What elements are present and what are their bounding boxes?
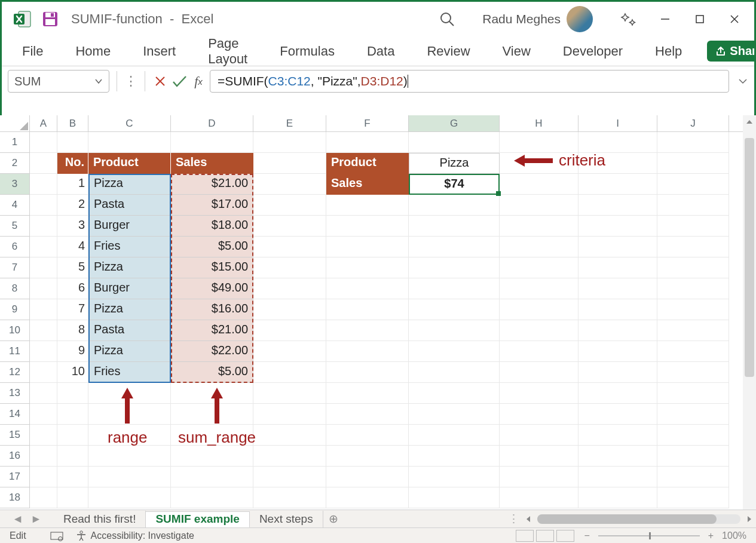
row-header-10[interactable]: 10 xyxy=(0,320,30,341)
view-pagelayout-button[interactable] xyxy=(536,530,554,542)
sheet-nav-arrows[interactable]: ◄► xyxy=(0,513,54,526)
col-header-G[interactable]: G xyxy=(409,115,500,131)
tab-help[interactable]: Help xyxy=(648,40,689,63)
cell-product[interactable]: Burger xyxy=(88,278,171,299)
cell-no[interactable]: 9 xyxy=(57,341,88,362)
more-icon[interactable]: ⋮ xyxy=(124,73,137,89)
col-header-B[interactable]: B xyxy=(57,115,88,131)
row-header-2[interactable]: 2 xyxy=(0,153,30,174)
col-header-I[interactable]: I xyxy=(579,115,657,131)
vertical-scroll-thumb[interactable] xyxy=(745,138,754,377)
accessibility-status[interactable]: Accessibility: Investigate xyxy=(75,530,194,542)
sparkle-icon[interactable] xyxy=(611,2,645,36)
header-no[interactable]: No. xyxy=(57,153,88,174)
row-header-6[interactable]: 6 xyxy=(0,237,30,257)
header-product[interactable]: Product xyxy=(88,153,171,174)
cancel-formula-button[interactable] xyxy=(152,73,168,89)
chevron-down-icon[interactable] xyxy=(94,77,103,85)
col-header-C[interactable]: C xyxy=(88,115,171,131)
table-row[interactable]: 3Burger$18.00 xyxy=(57,216,253,237)
row-header-11[interactable]: 11 xyxy=(0,341,30,362)
cell-product[interactable]: Fries xyxy=(88,237,171,257)
cell-sales[interactable]: $21.00 xyxy=(171,174,253,195)
cell-no[interactable]: 6 xyxy=(57,278,88,299)
cell-product[interactable]: Pizza xyxy=(88,299,171,320)
scroll-left-icon[interactable] xyxy=(524,515,532,523)
cell-no[interactable]: 7 xyxy=(57,299,88,320)
table-row[interactable]: 8Pasta$21.00 xyxy=(57,320,253,341)
cell-sales[interactable]: $5.00 xyxy=(171,237,253,257)
scroll-up-icon[interactable] xyxy=(745,118,754,126)
row-header-12[interactable]: 12 xyxy=(0,362,30,383)
cell-sales[interactable]: $21.00 xyxy=(171,320,253,341)
formula-input[interactable]: =SUMIF(C3:C12, "Pizza", D3:D12) xyxy=(210,70,729,93)
zoom-level[interactable]: 100% xyxy=(722,530,746,541)
sheet-tab-next[interactable]: Next steps xyxy=(250,511,323,527)
col-header-A[interactable]: A xyxy=(30,115,57,131)
row-header-7[interactable]: 7 xyxy=(0,257,30,278)
search-icon[interactable] xyxy=(439,11,455,27)
cell-no[interactable]: 4 xyxy=(57,237,88,257)
cell-sales[interactable]: $16.00 xyxy=(171,299,253,320)
row-header-15[interactable]: 15 xyxy=(0,425,30,446)
tab-home[interactable]: Home xyxy=(68,40,118,63)
row-header-3[interactable]: 3 xyxy=(0,174,30,195)
row-header-4[interactable]: 4 xyxy=(0,195,30,216)
col-header-J[interactable]: J xyxy=(657,115,729,131)
cell-sales[interactable]: $49.00 xyxy=(171,278,253,299)
cell-product[interactable]: Pizza xyxy=(88,174,171,195)
horizontal-scrollbar[interactable] xyxy=(537,514,740,524)
sheet-tab-sumif[interactable]: SUMIF example xyxy=(146,511,249,528)
scroll-right-icon[interactable] xyxy=(745,515,754,523)
minimize-button[interactable] xyxy=(648,2,682,36)
table-row[interactable]: 1Pizza$21.00 xyxy=(57,174,253,195)
insert-function-button[interactable]: fx xyxy=(191,73,206,89)
tab-formulas[interactable]: Formulas xyxy=(273,40,342,63)
tab-pagelayout[interactable]: Page Layout xyxy=(201,32,255,70)
view-normal-button[interactable] xyxy=(516,530,534,542)
tab-review[interactable]: Review xyxy=(420,40,477,63)
tab-file[interactable]: File xyxy=(15,40,50,63)
criteria-product-value[interactable]: Pizza xyxy=(409,153,500,174)
cell-sales[interactable]: $5.00 xyxy=(171,362,253,383)
enter-formula-button[interactable] xyxy=(172,73,187,89)
table-row[interactable]: 9Pizza$22.00 xyxy=(57,341,253,362)
col-header-D[interactable]: D xyxy=(171,115,253,131)
close-button[interactable] xyxy=(717,2,752,36)
cell-sales[interactable]: $18.00 xyxy=(171,216,253,237)
share-button[interactable]: Share xyxy=(707,41,756,62)
name-box[interactable]: SUM xyxy=(8,70,109,93)
cell-product[interactable]: Pizza xyxy=(88,341,171,362)
cell-no[interactable]: 8 xyxy=(57,320,88,341)
cell-no[interactable]: 2 xyxy=(57,195,88,216)
cell-sales[interactable]: $22.00 xyxy=(171,341,253,362)
tab-developer[interactable]: Developer xyxy=(556,40,630,63)
table-row[interactable]: 6Burger$49.00 xyxy=(57,278,253,299)
maximize-button[interactable] xyxy=(682,2,717,36)
row-header-13[interactable]: 13 xyxy=(0,383,30,404)
macro-record-icon[interactable] xyxy=(50,530,63,541)
view-pagebreak-button[interactable] xyxy=(556,530,574,542)
zoom-in-button[interactable]: + xyxy=(708,530,714,541)
row-header-5[interactable]: 5 xyxy=(0,216,30,237)
table-row[interactable]: 10Fries$5.00 xyxy=(57,362,253,383)
cell-product[interactable]: Pizza xyxy=(88,257,171,278)
expand-formula-bar-button[interactable] xyxy=(737,76,748,86)
row-header-1[interactable]: 1 xyxy=(0,132,30,153)
row-header-14[interactable]: 14 xyxy=(0,404,30,425)
cell-sales[interactable]: $17.00 xyxy=(171,195,253,216)
criteria-product-label[interactable]: Product xyxy=(326,153,409,174)
avatar[interactable] xyxy=(567,6,593,32)
row-header-18[interactable]: 18 xyxy=(0,487,30,508)
cell-no[interactable]: 10 xyxy=(57,362,88,383)
table-row[interactable]: 4Fries$5.00 xyxy=(57,237,253,257)
table-row[interactable]: 2Pasta$17.00 xyxy=(57,195,253,216)
col-header-H[interactable]: H xyxy=(500,115,579,131)
select-all-button[interactable] xyxy=(0,115,30,131)
user-name[interactable]: Radu Meghes xyxy=(482,12,561,26)
more-sheets-icon[interactable]: ⋮ xyxy=(508,512,519,526)
row-header-9[interactable]: 9 xyxy=(0,299,30,320)
zoom-out-button[interactable]: − xyxy=(584,530,589,541)
col-header-F[interactable]: F xyxy=(326,115,409,131)
cell-no[interactable]: 3 xyxy=(57,216,88,237)
